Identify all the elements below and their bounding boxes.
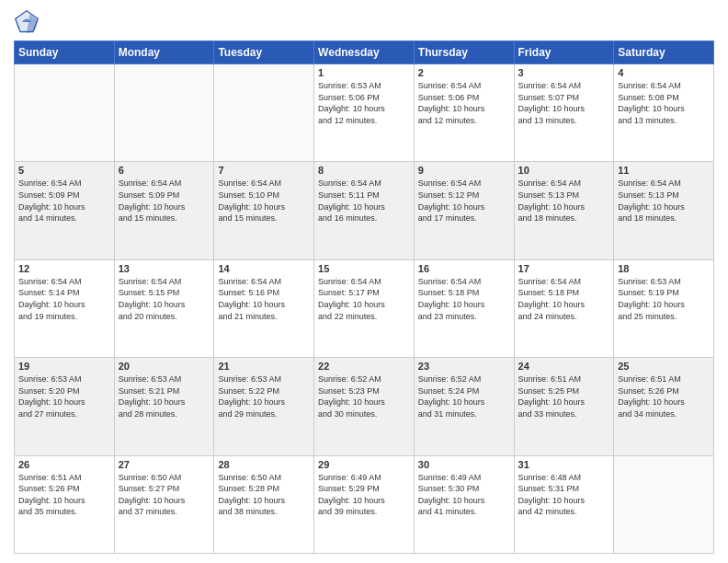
day-info: Sunrise: 6:54 AM Sunset: 5:09 PM Dayligh… [18, 178, 110, 224]
calendar-cell-2-5: 17Sunrise: 6:54 AM Sunset: 5:18 PM Dayli… [514, 259, 614, 357]
day-number: 8 [318, 165, 410, 176]
page: SundayMondayTuesdayWednesdayThursdayFrid… [0, 0, 728, 563]
header [14, 9, 714, 35]
day-number: 15 [318, 263, 410, 274]
day-number: 23 [418, 361, 510, 372]
day-number: 28 [218, 459, 310, 470]
day-info: Sunrise: 6:54 AM Sunset: 5:18 PM Dayligh… [418, 276, 510, 322]
day-info: Sunrise: 6:53 AM Sunset: 5:20 PM Dayligh… [18, 373, 110, 419]
day-number: 10 [518, 165, 610, 176]
calendar-cell-3-3: 22Sunrise: 6:52 AM Sunset: 5:23 PM Dayli… [314, 358, 415, 455]
calendar-cell-1-2: 7Sunrise: 6:54 AM Sunset: 5:10 PM Daylig… [214, 162, 314, 259]
day-info: Sunrise: 6:54 AM Sunset: 5:15 PM Dayligh… [119, 276, 210, 322]
week-row-4: 19Sunrise: 6:53 AM Sunset: 5:20 PM Dayli… [15, 358, 714, 455]
day-info: Sunrise: 6:54 AM Sunset: 5:06 PM Dayligh… [418, 80, 510, 126]
weekday-header-thursday: Thursday [414, 41, 514, 64]
day-number: 7 [218, 165, 310, 176]
day-info: Sunrise: 6:54 AM Sunset: 5:10 PM Dayligh… [218, 178, 310, 224]
day-info: Sunrise: 6:48 AM Sunset: 5:31 PM Dayligh… [518, 472, 610, 518]
day-number: 6 [119, 165, 210, 176]
calendar-cell-3-2: 21Sunrise: 6:53 AM Sunset: 5:22 PM Dayli… [214, 358, 314, 455]
day-info: Sunrise: 6:54 AM Sunset: 5:13 PM Dayligh… [618, 178, 710, 224]
calendar-cell-3-5: 24Sunrise: 6:51 AM Sunset: 5:25 PM Dayli… [514, 358, 614, 455]
weekday-header-wednesday: Wednesday [314, 41, 415, 64]
day-number: 13 [119, 263, 210, 274]
calendar-cell-4-0: 26Sunrise: 6:51 AM Sunset: 5:26 PM Dayli… [15, 455, 115, 553]
calendar-cell-1-4: 9Sunrise: 6:54 AM Sunset: 5:12 PM Daylig… [414, 162, 514, 259]
calendar-cell-1-0: 5Sunrise: 6:54 AM Sunset: 5:09 PM Daylig… [15, 162, 115, 259]
day-number: 25 [618, 361, 710, 372]
day-number: 1 [318, 67, 410, 78]
day-info: Sunrise: 6:54 AM Sunset: 5:18 PM Dayligh… [518, 276, 610, 322]
day-number: 22 [318, 361, 410, 372]
week-row-1: 1Sunrise: 6:53 AM Sunset: 5:06 PM Daylig… [15, 64, 714, 162]
week-row-2: 5Sunrise: 6:54 AM Sunset: 5:09 PM Daylig… [15, 162, 714, 259]
day-number: 20 [119, 361, 210, 372]
calendar-cell-4-3: 29Sunrise: 6:49 AM Sunset: 5:29 PM Dayli… [314, 455, 415, 553]
weekday-header-friday: Friday [514, 41, 614, 64]
calendar-cell-4-4: 30Sunrise: 6:49 AM Sunset: 5:30 PM Dayli… [414, 455, 514, 553]
day-number: 18 [618, 263, 710, 274]
day-number: 2 [418, 67, 510, 78]
day-number: 30 [418, 459, 510, 470]
calendar-cell-3-4: 23Sunrise: 6:52 AM Sunset: 5:24 PM Dayli… [414, 358, 514, 455]
calendar-cell-0-2 [214, 64, 314, 162]
calendar-cell-2-3: 15Sunrise: 6:54 AM Sunset: 5:17 PM Dayli… [314, 259, 415, 357]
day-number: 31 [518, 459, 610, 470]
calendar-header: SundayMondayTuesdayWednesdayThursdayFrid… [15, 41, 714, 64]
day-number: 17 [518, 263, 610, 274]
day-info: Sunrise: 6:54 AM Sunset: 5:16 PM Dayligh… [218, 276, 310, 322]
calendar-cell-2-0: 12Sunrise: 6:54 AM Sunset: 5:14 PM Dayli… [15, 259, 115, 357]
day-number: 26 [18, 459, 110, 470]
day-info: Sunrise: 6:54 AM Sunset: 5:08 PM Dayligh… [618, 80, 710, 126]
day-info: Sunrise: 6:51 AM Sunset: 5:25 PM Dayligh… [518, 373, 610, 419]
calendar-cell-2-6: 18Sunrise: 6:53 AM Sunset: 5:19 PM Dayli… [614, 259, 714, 357]
weekday-header-sunday: Sunday [15, 41, 115, 64]
day-info: Sunrise: 6:53 AM Sunset: 5:06 PM Dayligh… [318, 80, 410, 126]
calendar-cell-0-5: 3Sunrise: 6:54 AM Sunset: 5:07 PM Daylig… [514, 64, 614, 162]
week-row-5: 26Sunrise: 6:51 AM Sunset: 5:26 PM Dayli… [15, 455, 714, 553]
day-number: 5 [18, 165, 110, 176]
day-info: Sunrise: 6:50 AM Sunset: 5:28 PM Dayligh… [218, 472, 310, 518]
calendar-cell-4-2: 28Sunrise: 6:50 AM Sunset: 5:28 PM Dayli… [214, 455, 314, 553]
day-info: Sunrise: 6:49 AM Sunset: 5:29 PM Dayligh… [318, 472, 410, 518]
day-info: Sunrise: 6:54 AM Sunset: 5:13 PM Dayligh… [518, 178, 610, 224]
day-info: Sunrise: 6:54 AM Sunset: 5:12 PM Dayligh… [418, 178, 510, 224]
day-info: Sunrise: 6:52 AM Sunset: 5:24 PM Dayligh… [418, 373, 510, 419]
calendar-cell-3-1: 20Sunrise: 6:53 AM Sunset: 5:21 PM Dayli… [114, 358, 214, 455]
day-number: 16 [418, 263, 510, 274]
day-number: 29 [318, 459, 410, 470]
day-info: Sunrise: 6:54 AM Sunset: 5:07 PM Dayligh… [518, 80, 610, 126]
logo-icon [14, 9, 40, 35]
calendar-cell-0-4: 2Sunrise: 6:54 AM Sunset: 5:06 PM Daylig… [414, 64, 514, 162]
calendar-cell-2-4: 16Sunrise: 6:54 AM Sunset: 5:18 PM Dayli… [414, 259, 514, 357]
day-number: 27 [119, 459, 210, 470]
weekday-header-monday: Monday [114, 41, 214, 64]
day-info: Sunrise: 6:54 AM Sunset: 5:11 PM Dayligh… [318, 178, 410, 224]
calendar-cell-2-2: 14Sunrise: 6:54 AM Sunset: 5:16 PM Dayli… [214, 259, 314, 357]
calendar-cell-3-6: 25Sunrise: 6:51 AM Sunset: 5:26 PM Dayli… [614, 358, 714, 455]
calendar-cell-1-3: 8Sunrise: 6:54 AM Sunset: 5:11 PM Daylig… [314, 162, 415, 259]
day-number: 3 [518, 67, 610, 78]
day-number: 4 [618, 67, 710, 78]
calendar-cell-0-6: 4Sunrise: 6:54 AM Sunset: 5:08 PM Daylig… [614, 64, 714, 162]
day-number: 11 [618, 165, 710, 176]
day-number: 19 [18, 361, 110, 372]
day-info: Sunrise: 6:54 AM Sunset: 5:09 PM Dayligh… [119, 178, 210, 224]
weekday-header-tuesday: Tuesday [214, 41, 314, 64]
day-number: 9 [418, 165, 510, 176]
day-info: Sunrise: 6:54 AM Sunset: 5:14 PM Dayligh… [18, 276, 110, 322]
calendar-cell-0-3: 1Sunrise: 6:53 AM Sunset: 5:06 PM Daylig… [314, 64, 415, 162]
day-info: Sunrise: 6:50 AM Sunset: 5:27 PM Dayligh… [119, 472, 210, 518]
day-info: Sunrise: 6:51 AM Sunset: 5:26 PM Dayligh… [18, 472, 110, 518]
day-info: Sunrise: 6:51 AM Sunset: 5:26 PM Dayligh… [618, 373, 710, 419]
calendar-cell-4-6 [614, 455, 714, 553]
calendar-cell-0-0 [15, 64, 115, 162]
week-row-3: 12Sunrise: 6:54 AM Sunset: 5:14 PM Dayli… [15, 259, 714, 357]
calendar-cell-1-5: 10Sunrise: 6:54 AM Sunset: 5:13 PM Dayli… [514, 162, 614, 259]
calendar-cell-1-1: 6Sunrise: 6:54 AM Sunset: 5:09 PM Daylig… [114, 162, 214, 259]
day-info: Sunrise: 6:52 AM Sunset: 5:23 PM Dayligh… [318, 373, 410, 419]
calendar-cell-2-1: 13Sunrise: 6:54 AM Sunset: 5:15 PM Dayli… [114, 259, 214, 357]
logo [14, 9, 43, 35]
weekday-header-saturday: Saturday [614, 41, 714, 64]
